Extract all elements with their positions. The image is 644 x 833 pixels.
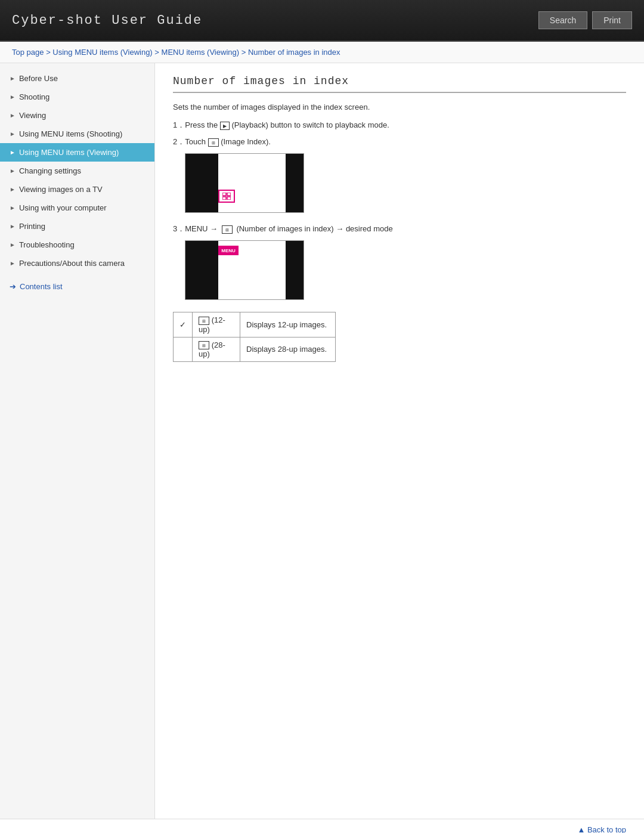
sidebar-label: Using MENU items (Shooting) (19, 129, 122, 138)
sidebar-item-using-menu-shooting[interactable]: ► Using MENU items (Shooting) (0, 125, 154, 143)
arrow-icon: ► (10, 168, 16, 174)
arrow-icon: ► (10, 131, 16, 137)
sidebar-item-viewing-tv[interactable]: ► Viewing images on a TV (0, 180, 154, 199)
breadcrumb-top[interactable]: Top page (12, 48, 44, 57)
header-buttons: Search Print (538, 11, 632, 29)
arrow-icon: ► (10, 260, 16, 267)
sidebar-item-before-use[interactable]: ► Before Use (0, 69, 154, 88)
breadcrumb: Top page > Using MENU items (Viewing) > … (0, 42, 644, 63)
step-3: 3．MENU → ⊞ (Number of images in index) →… (173, 224, 626, 234)
arrow-icon: ► (10, 186, 16, 193)
index-table: ✓ ⊞ (12-up) Displays 12-up images. ⊞ (28… (173, 312, 336, 362)
contents-list-link[interactable]: ➔ Contents list (0, 276, 154, 297)
camera-screen-1 (185, 153, 626, 213)
step-1: 1．Press the ▶ (Playback) button to switc… (173, 120, 626, 131)
sidebar-label: Printing (19, 222, 45, 231)
header: Cyber-shot User Guide Search Print (0, 0, 644, 42)
camera-screen-2: MENU (185, 240, 626, 300)
sidebar-label: Viewing (19, 111, 46, 120)
sidebar-label: Changing settings (19, 166, 81, 175)
back-to-top[interactable]: ▲ Back to top (0, 819, 644, 833)
table-row: ⊞ (28-up) Displays 28-up images. (174, 337, 336, 362)
sidebar-item-printing[interactable]: ► Printing (0, 217, 154, 236)
sidebar-item-precautions[interactable]: ► Precautions/About this camera (0, 254, 154, 272)
layout: ► Before Use ► Shooting ► Viewing ► Usin… (0, 63, 644, 819)
checkmark-icon: ✓ (179, 320, 186, 329)
playback-icon: ▶ (220, 122, 230, 130)
desc-12: Displays 12-up images. (240, 312, 336, 337)
description: Sets the number of images displayed in t… (173, 103, 626, 112)
sidebar-item-viewing[interactable]: ► Viewing (0, 106, 154, 125)
page-title: Number of images in index (173, 75, 626, 93)
sidebar-item-using-computer[interactable]: ► Using with your computer (0, 199, 154, 217)
arrow-icon: ► (10, 223, 16, 230)
icon-cell-12: ⊞ (12-up) (193, 312, 240, 337)
grid-12-icon: ⊞ (199, 317, 209, 325)
svg-rect-3 (227, 197, 231, 200)
svg-rect-1 (227, 193, 231, 196)
arrow-icon: ► (10, 112, 16, 119)
breadcrumb-menu-viewing[interactable]: Using MENU items (Viewing) (52, 48, 152, 57)
main-content: Number of images in index Sets the numbe… (155, 63, 644, 819)
step-2: 2．Touch ⊞ (Image Index). (173, 137, 626, 147)
arrow-icon: ► (10, 241, 16, 248)
back-to-top-link[interactable]: ▲ Back to top (577, 825, 626, 833)
arrow-icon: ► (10, 205, 16, 211)
sidebar-label: Before Use (19, 74, 58, 83)
check-cell: ✓ (174, 312, 193, 337)
sidebar-item-troubleshooting[interactable]: ► Troubleshooting (0, 236, 154, 254)
breadcrumb-menu-items[interactable]: MENU items (Viewing) (162, 48, 240, 57)
breadcrumb-current: Number of images in index (248, 48, 340, 57)
image-index-icon: ⊞ (208, 138, 219, 147)
sidebar-label: Shooting (19, 92, 49, 101)
print-button[interactable]: Print (592, 11, 632, 29)
sidebar-label: Precautions/About this camera (19, 259, 125, 268)
check-cell-empty (174, 337, 193, 362)
grid-28-icon: ⊞ (199, 341, 209, 349)
search-button[interactable]: Search (538, 11, 587, 29)
sidebar-label: Using with your computer (19, 203, 107, 212)
table-row: ✓ ⊞ (12-up) Displays 12-up images. (174, 312, 336, 337)
pink-icon (218, 190, 235, 203)
arrow-right-icon: ➔ (10, 282, 16, 291)
svg-rect-0 (222, 193, 226, 196)
svg-rect-2 (222, 197, 226, 200)
sidebar-label: Troubleshooting (19, 240, 75, 249)
sidebar-item-changing-settings[interactable]: ► Changing settings (0, 162, 154, 180)
sidebar-item-using-menu-viewing[interactable]: ► Using MENU items (Viewing) (0, 143, 154, 162)
contents-list-label: Contents list (20, 282, 63, 291)
arrow-icon: ► (10, 149, 16, 156)
sidebar: ► Before Use ► Shooting ► Viewing ► Usin… (0, 63, 155, 819)
sidebar-label: Using MENU items (Viewing) (19, 148, 119, 157)
sidebar-label: Viewing images on a TV (19, 185, 103, 194)
arrow-icon: ► (10, 94, 16, 100)
arrow-icon: ► (10, 75, 16, 82)
app-title: Cyber-shot User Guide (12, 13, 202, 28)
icon-cell-28: ⊞ (28-up) (193, 337, 240, 362)
menu-label: MENU (218, 246, 239, 255)
menu-index-icon: ⊞ (222, 225, 233, 234)
sidebar-item-shooting[interactable]: ► Shooting (0, 88, 154, 106)
desc-28: Displays 28-up images. (240, 337, 336, 362)
